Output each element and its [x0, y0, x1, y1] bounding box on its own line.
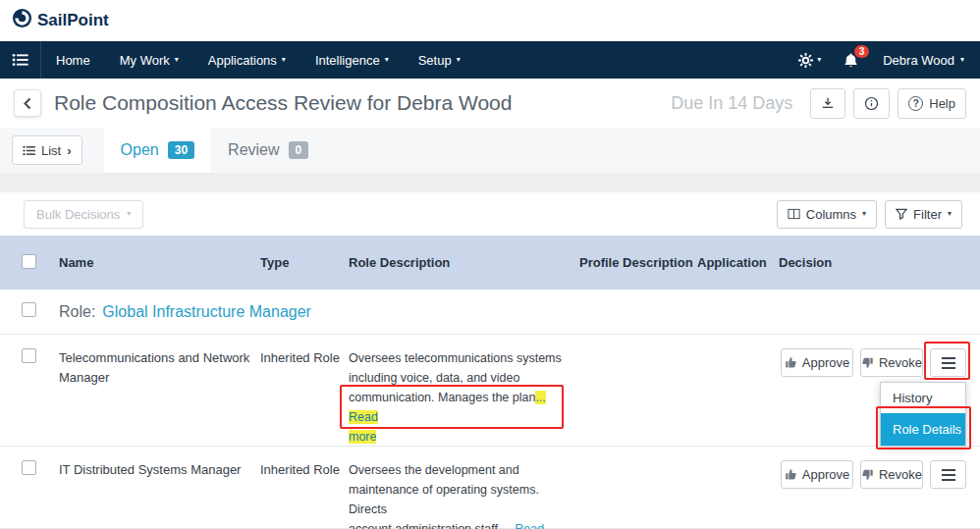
caret-down-icon: ▾ — [175, 56, 179, 64]
row-name: IT Distributed Systems Manager — [59, 460, 260, 480]
description-line: maintenance of operating systems. Direct… — [349, 480, 575, 519]
thumbs-up-icon — [785, 356, 797, 369]
nav-item-setup[interactable]: Setup ▾ — [404, 41, 475, 79]
page: SailPoint Home My Work ▾ Applications ▾ … — [0, 0, 980, 529]
approve-button[interactable]: Approve — [781, 348, 853, 377]
help-button-label: Help — [929, 96, 955, 111]
sailpoint-logo-icon — [12, 8, 32, 33]
description-line: communication. Manages the plan... Read — [349, 388, 575, 427]
sailpoint-logo: SailPoint — [12, 8, 109, 33]
help-button[interactable]: ? Help — [898, 88, 966, 119]
revoke-button[interactable]: Revoke — [860, 460, 923, 489]
nav-item-intelligence[interactable]: Intelligence ▾ — [300, 41, 404, 79]
role-group-link[interactable]: Global Infrastructure Manager — [102, 303, 311, 321]
question-icon: ? — [908, 96, 923, 111]
table-row: Telecommunications and Network Manager I… — [0, 335, 980, 447]
nav-item-my-work[interactable]: My Work ▾ — [105, 41, 193, 79]
nav-item-home[interactable]: Home — [41, 41, 105, 79]
revoke-button-label: Revoke — [879, 467, 922, 482]
menu-item-history[interactable]: History — [881, 383, 965, 413]
description-line: Oversees the development and — [349, 460, 575, 480]
select-all-checkbox[interactable] — [22, 254, 36, 269]
caret-down-icon: ▾ — [457, 56, 461, 64]
chevron-left-icon — [24, 97, 31, 110]
row-role-description: Oversees the development and maintenance… — [349, 460, 579, 529]
row-actions-menu-button[interactable] — [930, 460, 966, 489]
chevron-right-icon: › — [67, 143, 71, 158]
row-checkbox[interactable] — [22, 460, 36, 475]
tab-review[interactable]: Review 0 — [211, 128, 325, 173]
list-icon — [23, 145, 35, 156]
row-role-description: Oversees telecommunications systems incl… — [349, 348, 579, 447]
row-type: Inherited Role — [260, 460, 349, 480]
column-header-profile-description: Profile Description — [579, 255, 697, 270]
description-text: communication. Manages the plan — [349, 391, 535, 404]
tab-strip: List › Open 30 Review 0 — [0, 128, 980, 173]
row-checkbox[interactable] — [22, 348, 36, 363]
notification-count-badge: 3 — [854, 45, 870, 58]
caret-down-icon: ▾ — [817, 56, 821, 64]
row-decision-cell: Approve Revoke — [779, 348, 980, 377]
row-decision-cell: Approve Revoke — [779, 460, 980, 489]
back-button[interactable] — [14, 89, 41, 117]
filter-icon — [896, 208, 907, 220]
settings-gear-button[interactable]: ▾ — [789, 41, 831, 79]
table-row: IT Distributed Systems Manager Inherited… — [0, 447, 980, 529]
nav-list-icon[interactable] — [0, 41, 41, 79]
description-line: more — [349, 427, 575, 447]
tab-review-label: Review — [228, 141, 279, 159]
nav-item-applications-label: Applications — [208, 53, 277, 68]
bulk-decisions-button[interactable]: Bulk Decisions ▾ — [24, 200, 143, 229]
page-title: Role Composition Access Review for Debra… — [54, 91, 512, 115]
sailpoint-logo-text: SailPoint — [37, 11, 109, 30]
notifications-bell-button[interactable]: 3 — [833, 41, 869, 79]
info-button[interactable] — [853, 88, 890, 119]
description-text: account administration staff ... — [349, 522, 512, 529]
column-header-name: Name — [59, 255, 260, 270]
caret-down-icon: ▾ — [282, 56, 286, 64]
row-actions-dropdown: History Role Details — [880, 382, 966, 447]
caret-down-icon: ▾ — [960, 56, 964, 64]
list-view-button[interactable]: List › — [12, 135, 82, 165]
table-toolbar: Bulk Decisions ▾ Columns ▾ Filter ▾ — [0, 192, 980, 236]
tab-open-label: Open — [121, 141, 159, 159]
nav-item-my-work-label: My Work — [120, 53, 170, 68]
menu-icon — [942, 474, 955, 476]
columns-icon — [788, 208, 800, 220]
columns-button-label: Columns — [806, 207, 856, 222]
tab-open-count-badge: 30 — [168, 141, 194, 159]
menu-icon — [942, 357, 955, 359]
nav-item-home-label: Home — [56, 53, 90, 68]
nav-item-applications[interactable]: Applications ▾ — [193, 41, 300, 79]
revoke-button[interactable]: Revoke — [860, 348, 923, 377]
group-checkbox[interactable] — [22, 302, 36, 317]
row-actions-menu-button[interactable] — [930, 348, 966, 377]
top-brand-bar: SailPoint — [0, 0, 980, 41]
menu-icon — [942, 367, 955, 369]
page-header: Role Composition Access Review for Debra… — [0, 79, 980, 128]
row-type: Inherited Role — [260, 348, 349, 368]
revoke-button-label: Revoke — [879, 355, 922, 370]
caret-down-icon: ▾ — [862, 210, 866, 218]
column-header-decision: Decision — [779, 255, 980, 270]
separator-band — [0, 173, 980, 192]
download-button[interactable] — [810, 88, 845, 119]
filter-button[interactable]: Filter ▾ — [885, 200, 962, 229]
content-area: Bulk Decisions ▾ Columns ▾ Filter ▾ Name — [0, 192, 980, 529]
approve-button[interactable]: Approve — [781, 460, 853, 489]
approve-button-label: Approve — [802, 467, 849, 482]
bulk-decisions-label: Bulk Decisions — [36, 207, 120, 222]
description-line: account administration staff ... Read mo… — [349, 519, 575, 529]
toolbar-right-cluster: Columns ▾ Filter ▾ — [777, 200, 962, 229]
header-right-cluster: Due In 14 Days ? Help — [671, 88, 966, 119]
user-name: Debra Wood — [883, 53, 954, 68]
read-more-link-highlighted[interactable]: more — [349, 430, 376, 444]
user-menu[interactable]: Debra Wood ▾ — [871, 41, 968, 79]
tab-open[interactable]: Open 30 — [104, 128, 212, 173]
columns-button[interactable]: Columns ▾ — [777, 200, 877, 229]
menu-item-role-details[interactable]: Role Details — [881, 413, 965, 446]
download-icon — [821, 96, 835, 110]
column-header-role-description: Role Description — [349, 255, 579, 270]
thumbs-down-icon — [861, 468, 874, 481]
description-line: Oversees telecommunications systems — [349, 348, 575, 368]
